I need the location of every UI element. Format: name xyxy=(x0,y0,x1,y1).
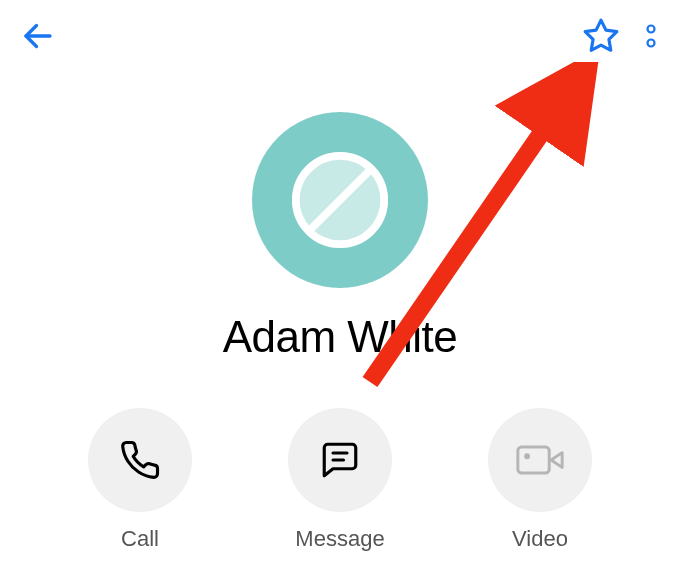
video-label: Video xyxy=(512,526,568,552)
contact-header xyxy=(0,0,680,72)
contact-profile: Adam White xyxy=(0,112,680,362)
video-circle xyxy=(488,408,592,512)
call-label: Call xyxy=(121,526,159,552)
video-button[interactable]: Video xyxy=(455,408,625,552)
svg-point-2 xyxy=(648,26,655,33)
action-row: Call Message Video xyxy=(0,408,680,552)
favorite-button[interactable] xyxy=(582,17,620,55)
avatar-inner xyxy=(292,152,388,248)
blocked-icon xyxy=(292,152,388,248)
avatar[interactable] xyxy=(252,112,428,288)
more-vertical-icon xyxy=(642,19,660,53)
video-icon xyxy=(516,439,564,481)
svg-line-5 xyxy=(311,171,369,229)
star-outline-icon xyxy=(582,17,620,55)
back-arrow-icon xyxy=(20,18,56,54)
contact-name: Adam White xyxy=(223,312,458,362)
svg-rect-8 xyxy=(518,447,549,473)
header-right xyxy=(582,17,660,55)
header-left xyxy=(20,18,56,54)
svg-marker-9 xyxy=(551,453,562,468)
call-button[interactable]: Call xyxy=(55,408,225,552)
call-circle xyxy=(88,408,192,512)
svg-point-3 xyxy=(648,40,655,47)
back-button[interactable] xyxy=(20,18,56,54)
more-menu-button[interactable] xyxy=(642,19,660,53)
phone-icon xyxy=(119,439,161,481)
message-label: Message xyxy=(295,526,384,552)
svg-point-10 xyxy=(524,453,530,459)
message-icon xyxy=(319,439,361,481)
message-button[interactable]: Message xyxy=(255,408,425,552)
svg-marker-1 xyxy=(585,20,617,50)
message-circle xyxy=(288,408,392,512)
